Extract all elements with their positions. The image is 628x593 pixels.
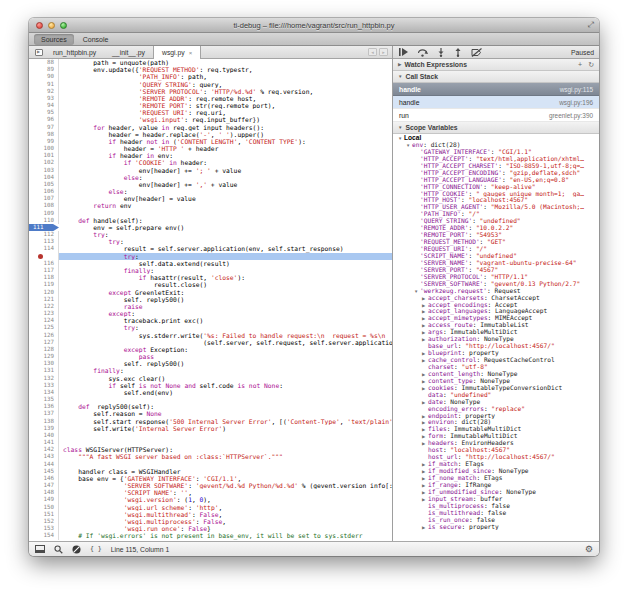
tab-scroll-left-button[interactable]: ◂ bbox=[368, 48, 377, 56]
line-number-gutter[interactable]: 118 bbox=[29, 274, 59, 281]
scope-variable-row[interactable]: ▼'werkzeug.request': Request bbox=[393, 288, 599, 295]
line-number-gutter[interactable]: 123 bbox=[29, 310, 59, 317]
scope-variable-row[interactable]: ▶files: ImmutableMultiDict bbox=[393, 426, 599, 433]
scope-variable-row[interactable]: base_url: "http://localhost:4567/" bbox=[393, 343, 599, 350]
call-stack-frame[interactable]: handlewsgi.py:115 bbox=[393, 83, 599, 96]
scope-variable-row[interactable]: ▶accept_encodings: Accept bbox=[393, 302, 599, 309]
code-line[interactable] bbox=[59, 439, 392, 446]
code-line[interactable]: 'wsgi.input': req.input_buffer}) bbox=[59, 116, 392, 123]
code-line[interactable]: self._reply500() bbox=[59, 360, 392, 367]
scope-variable-row[interactable]: 'SERVER_SOFTWARE': "gevent/0.13 Python/2… bbox=[393, 281, 599, 288]
fullscreen-icon[interactable]: ⤢ bbox=[588, 21, 594, 29]
scope-variable-row[interactable]: 'SERVER_NAME': "vagrant-ubuntu-precise-6… bbox=[393, 260, 599, 267]
scope-variable-row[interactable]: ▶args: ImmutableMultiDict bbox=[393, 329, 599, 336]
line-number-gutter[interactable]: 91 bbox=[29, 81, 59, 88]
scope-variable-row[interactable]: ▶headers: EnvironHeaders bbox=[393, 440, 599, 447]
scope-variables-header[interactable]: ▼ Scope Variables bbox=[393, 122, 599, 134]
code-line[interactable]: return env bbox=[59, 202, 392, 209]
code-editor[interactable]: 88 path = unquote(path)89 env.update({'R… bbox=[29, 59, 392, 541]
code-line[interactable]: env[header] += ',' + value bbox=[59, 181, 392, 188]
show-console-drawer-button[interactable] bbox=[35, 545, 45, 553]
code-line[interactable]: result.close() bbox=[59, 281, 392, 288]
deactivate-breakpoints-button[interactable] bbox=[471, 47, 482, 57]
code-line[interactable]: 'SERVER_SOFTWARE': 'gevent/%d.%d Python/… bbox=[59, 482, 392, 489]
current-execution-line[interactable]: try: bbox=[59, 253, 392, 260]
line-number-gutter[interactable]: 106 bbox=[29, 188, 59, 195]
line-number-gutter[interactable]: 95 bbox=[29, 109, 59, 116]
line-number-gutter[interactable]: 132 bbox=[29, 375, 59, 382]
line-number-gutter[interactable]: 137 bbox=[29, 410, 59, 417]
code-line[interactable]: class WSGIServer(HTTPServer): bbox=[59, 446, 392, 453]
line-number-gutter[interactable]: 107 bbox=[29, 195, 59, 202]
refresh-watch-icon[interactable]: ↻ bbox=[588, 61, 594, 69]
line-number-gutter[interactable]: 114 bbox=[29, 245, 59, 252]
line-number-gutter[interactable]: 101 bbox=[29, 152, 59, 159]
code-line[interactable]: 'wsgi.multithread': False, bbox=[59, 511, 392, 518]
code-line[interactable]: 'wsgi.url_scheme': 'http', bbox=[59, 504, 392, 511]
line-number-gutter[interactable]: 99 bbox=[29, 138, 59, 145]
line-number-gutter[interactable]: 153 bbox=[29, 525, 59, 532]
scope-variable-row[interactable]: 'SCRIPT_NAME': "undefined" bbox=[393, 253, 599, 260]
line-number-gutter[interactable]: 111 bbox=[29, 224, 59, 231]
toolbar-tab-sources[interactable]: Sources bbox=[34, 34, 74, 45]
file-tab--init-py[interactable]: __init__.py bbox=[104, 46, 153, 58]
code-line[interactable]: header = header.replace('-', '_').upper(… bbox=[59, 131, 392, 138]
code-line[interactable]: traceback.print_exc() bbox=[59, 317, 392, 324]
line-number-gutter[interactable]: 146 bbox=[29, 475, 59, 482]
line-number-gutter[interactable]: 96 bbox=[29, 116, 59, 123]
line-number-gutter[interactable]: 105 bbox=[29, 181, 59, 188]
line-number-gutter[interactable]: 125 bbox=[29, 324, 59, 331]
line-number-gutter[interactable]: 143 bbox=[29, 453, 59, 460]
scope-variable-row[interactable]: ▶accept_mimetypes: MIMEAccept bbox=[393, 315, 599, 322]
scope-section-local[interactable]: ▼Local bbox=[393, 135, 599, 142]
code-line[interactable]: handler_class = WSGIHandler bbox=[59, 468, 392, 475]
code-line[interactable] bbox=[59, 432, 392, 439]
scope-variable-row[interactable]: ▶endpoint: property bbox=[393, 413, 599, 420]
code-line[interactable] bbox=[59, 461, 392, 468]
line-number-gutter[interactable]: 88 bbox=[29, 59, 59, 66]
code-line[interactable]: except GreenletExit: bbox=[59, 289, 392, 296]
line-number-gutter[interactable]: 113 bbox=[29, 238, 59, 245]
code-line[interactable]: 'wsgi.run_once': False} bbox=[59, 525, 392, 532]
code-line[interactable]: """A fast WSGI server based on :class:`H… bbox=[59, 453, 392, 460]
scope-variable-row[interactable]: ▶cache_control: RequestCacheControl bbox=[393, 357, 599, 364]
scope-variable-row[interactable]: 'HTTP_HOST': "localhost:4567" bbox=[393, 197, 599, 204]
call-stack-frame[interactable]: rungreenlet.py:390 bbox=[393, 109, 599, 122]
line-number-gutter[interactable]: 100 bbox=[29, 145, 59, 152]
scope-variable-row[interactable]: 'QUERY_STRING': "undefined" bbox=[393, 218, 599, 225]
scope-variable-row[interactable]: ▶access_route: ImmutableList bbox=[393, 322, 599, 329]
code-line[interactable]: sys.stderr.write('%s: Failed to handle r… bbox=[59, 332, 392, 339]
line-number-gutter[interactable]: 139 bbox=[29, 425, 59, 432]
scope-variable-row[interactable]: is_multiprocess: false bbox=[393, 503, 599, 510]
scope-variable-row[interactable]: 'HTTP_ACCEPT_LANGUAGE': "en-US,en;q=0.8" bbox=[393, 177, 599, 184]
close-tab-icon[interactable]: × bbox=[189, 50, 193, 56]
code-line[interactable]: pass bbox=[59, 353, 392, 360]
line-number-gutter[interactable]: 134 bbox=[29, 389, 59, 396]
code-line[interactable]: env = self.prepare_env() bbox=[59, 224, 392, 231]
scope-variable-row[interactable]: ▶accept_languages: LanguageAccept bbox=[393, 308, 599, 315]
line-number-gutter[interactable]: 103 bbox=[29, 167, 59, 174]
scope-variable-row[interactable]: ▼env: dict(28) bbox=[393, 142, 599, 149]
call-stack-frame[interactable]: handlewsgi.py:196 bbox=[393, 96, 599, 109]
scope-variable-row[interactable]: is_run_once: false bbox=[393, 517, 599, 524]
line-number-gutter[interactable]: 112 bbox=[29, 231, 59, 238]
line-number-gutter[interactable]: 89 bbox=[29, 66, 59, 73]
code-line[interactable]: 'QUERY_STRING': query, bbox=[59, 81, 392, 88]
scope-variable-row[interactable]: ▶if_modified_since: NoneType bbox=[393, 468, 599, 475]
line-number-gutter[interactable]: 142 bbox=[29, 446, 59, 453]
file-tab-run-httpbin-py[interactable]: run_httpbin.py bbox=[45, 46, 104, 58]
scope-variable-row[interactable]: charset: "utf-8" bbox=[393, 364, 599, 371]
line-number-gutter[interactable]: 136 bbox=[29, 403, 59, 410]
line-number-gutter[interactable]: 126 bbox=[29, 332, 59, 339]
search-icon[interactable] bbox=[54, 545, 63, 554]
line-number-gutter[interactable]: 131 bbox=[29, 367, 59, 374]
code-line[interactable]: else: bbox=[59, 174, 392, 181]
line-number-gutter[interactable]: 129 bbox=[29, 353, 59, 360]
code-line[interactable]: sys.exc_clear() bbox=[59, 375, 392, 382]
scope-variable-row[interactable]: ▶if_unmodified_since: NoneType bbox=[393, 489, 599, 496]
code-line[interactable]: except Exception: bbox=[59, 346, 392, 353]
code-line[interactable]: if header in env: bbox=[59, 152, 392, 159]
add-watch-icon[interactable]: + bbox=[578, 61, 582, 69]
code-line[interactable]: if header not in ('CONTENT_LENGTH', 'CON… bbox=[59, 138, 392, 145]
scope-variable-row[interactable]: 'REMOTE_ADDR': "10.0.2.2" bbox=[393, 225, 599, 232]
